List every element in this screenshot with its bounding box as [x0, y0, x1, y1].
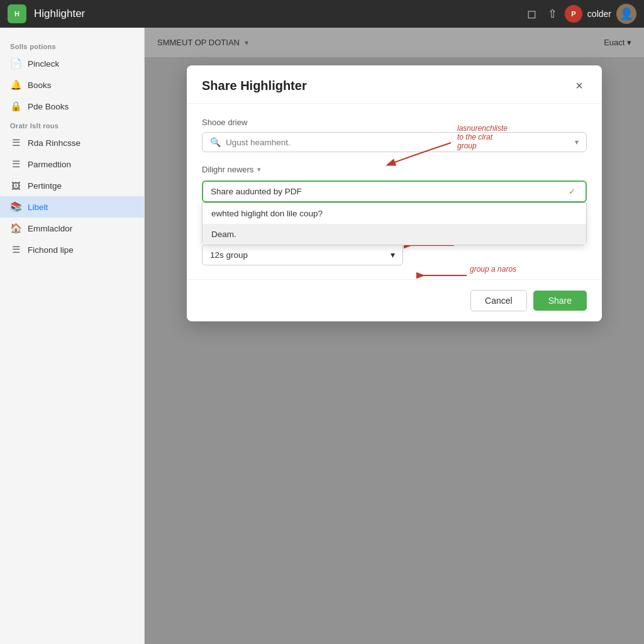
modal-overlay: Share Highlighter × Shooe driew 🔍 ▾ — [145, 28, 644, 644]
share-search-input[interactable] — [226, 138, 575, 147]
modal-title: Share Highlighter — [202, 79, 307, 93]
svg-text:H: H — [14, 10, 19, 18]
parmedtion-icon: ☰ — [10, 158, 21, 170]
content-area: SMMEUT OP DOTIAN ▾ Euact ▾ Share Highlig… — [145, 28, 644, 644]
sidebar-item-emmlacldor[interactable]: 🏠 Emmlacldor — [0, 218, 144, 239]
sidebar-item-books-label: Books — [28, 80, 52, 90]
share-search-wrapper: 🔍 ▾ — [202, 132, 587, 152]
app-logo: H — [8, 4, 26, 23]
share-button[interactable]: Share — [533, 291, 587, 311]
modal-header: Share Highlighter × — [187, 65, 602, 104]
pde-books-icon: 🔒 — [10, 101, 21, 112]
dropdown-section-label: Dilighr newers ▾ — [202, 165, 587, 174]
share-type-dropdown-options: ewhted higlight don lile coup? Deam. — [202, 203, 587, 245]
emmlacldor-icon: 🏠 — [10, 223, 21, 234]
modal-footer: Cancel Share — [187, 279, 602, 321]
sidebar-item-parmedtion[interactable]: ☰ Parmedtion — [0, 153, 144, 175]
sidebar-section-1-label: Solls potions — [0, 38, 144, 53]
sidebar-item-rda-label: Rda Rinhcsse — [28, 138, 80, 148]
pertintge-icon: 🖼 — [10, 180, 21, 191]
annotation-3-text: group a naros — [470, 265, 516, 274]
books-icon: 🔔 — [10, 79, 21, 91]
username-label: colder — [587, 9, 611, 19]
app-title: Highlighter — [34, 8, 519, 20]
second-dropdown-wrapper: 12s group ▾ — [202, 244, 587, 265]
sidebar-item-books[interactable]: 🔔 Books — [0, 74, 144, 96]
sidebar-item-fichond-label: Fichond lipe — [28, 245, 74, 255]
libelt-icon: 📚 — [10, 201, 21, 213]
dropdown-check-icon: ✓ — [569, 187, 575, 196]
dropdown-section-chevron-icon[interactable]: ▾ — [257, 165, 261, 174]
dropdown-option-2[interactable]: Deam. — [203, 224, 586, 245]
user-photo-avatar[interactable]: 👤 — [616, 4, 636, 24]
sidebar: Solls potions 📄 Pincleck 🔔 Books 🔒 Pde B… — [0, 28, 145, 644]
sidebar-item-libelt[interactable]: 📚 Libelt — [0, 196, 144, 218]
sidebar-item-parmedtion-label: Parmedtion — [28, 160, 71, 169]
dropdown-option-1[interactable]: ewhted higlight don lile coup? — [203, 203, 586, 224]
sidebar-item-pertintge-label: Pertintge — [28, 181, 62, 191]
share-type-dropdown-wrapper: Share audunted by PDF ✓ ewhted higlight … — [202, 180, 587, 203]
rda-icon: ☰ — [10, 137, 21, 148]
group-dropdown[interactable]: 12s group ▾ — [202, 244, 403, 265]
fichond-icon: ☰ — [10, 244, 21, 255]
sidebar-item-libelt-label: Libelt — [28, 203, 48, 212]
sidebar-item-pde-books-label: Pde Books — [28, 102, 69, 111]
share-field-label: Shooe driew — [202, 118, 587, 127]
sidebar-item-pertintge[interactable]: 🖼 Pertintge — [0, 175, 144, 196]
topbar-icon-group: ◻ ⇧ — [527, 7, 557, 21]
user-area: P colder 👤 — [565, 4, 636, 24]
search-icon: 🔍 — [210, 137, 221, 147]
sidebar-item-pde-books[interactable]: 🔒 Pde Books — [0, 96, 144, 117]
sidebar-item-pincheck-label: Pincleck — [28, 59, 59, 69]
upload-icon[interactable]: ⇧ — [548, 7, 557, 21]
sidebar-item-emmlacldor-label: Emmlacldor — [28, 224, 72, 233]
share-modal: Share Highlighter × Shooe driew 🔍 ▾ — [187, 65, 602, 321]
group-dropdown-arrow-icon: ▾ — [391, 250, 395, 260]
pincheck-icon: 📄 — [10, 58, 21, 69]
sidebar-item-pincheck[interactable]: 📄 Pincleck — [0, 53, 144, 74]
sidebar-item-rda[interactable]: ☰ Rda Rinhcsse — [0, 132, 144, 153]
share-type-dropdown-selected[interactable]: Share audunted by PDF ✓ — [202, 180, 587, 203]
cancel-button[interactable]: Cancel — [470, 290, 527, 311]
modal-body: Shooe driew 🔍 ▾ — [187, 104, 602, 279]
main-layout: Solls potions 📄 Pincleck 🔔 Books 🔒 Pde B… — [0, 28, 644, 644]
topbar: H Highlighter ◻ ⇧ P colder 👤 — [0, 0, 644, 28]
sidebar-section-2-label: Oratr lslt rous — [0, 117, 144, 132]
modal-close-button[interactable]: × — [572, 78, 587, 93]
search-dropdown-arrow-icon[interactable]: ▾ — [575, 138, 579, 147]
dropdown-selected-value: Share audunted by PDF — [211, 187, 302, 196]
sidebar-item-fichond[interactable]: ☰ Fichond lipe — [0, 239, 144, 260]
user-initial-avatar: P — [565, 5, 582, 23]
file-icon[interactable]: ◻ — [527, 7, 536, 21]
dropdown-section-text: Dilighr newers — [202, 165, 253, 174]
group-dropdown-value: 12s group — [210, 250, 248, 260]
